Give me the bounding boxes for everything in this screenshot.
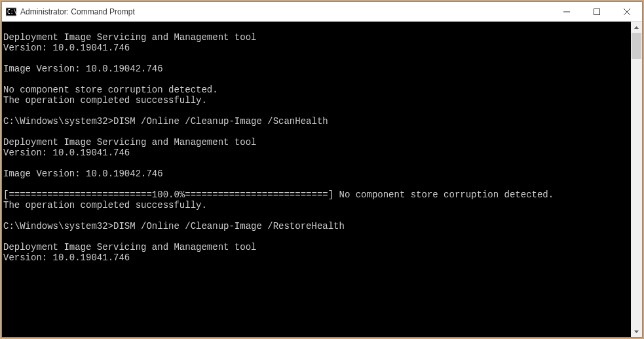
scroll-down-arrow[interactable] [631,326,642,337]
minimize-button[interactable] [552,2,582,21]
scroll-up-arrow[interactable] [631,22,642,33]
window-title: Administrator: Command Prompt [20,7,552,16]
window-controls [552,2,642,21]
svg-marker-6 [634,26,639,29]
command-prompt-window: C:\ Administrator: Command Prompt Deploy… [1,1,643,338]
titlebar[interactable]: C:\ Administrator: Command Prompt [2,2,642,22]
vertical-scrollbar[interactable] [631,22,642,337]
svg-text:C:\: C:\ [7,9,16,15]
client-area: Deployment Image Servicing and Managemen… [2,22,642,337]
console-output[interactable]: Deployment Image Servicing and Managemen… [2,22,631,337]
maximize-button[interactable] [582,2,612,21]
svg-marker-7 [634,330,639,333]
cmd-icon: C:\ [6,7,16,17]
svg-rect-3 [594,9,600,14]
scroll-thumb[interactable] [632,33,641,59]
close-button[interactable] [612,2,642,21]
scroll-track[interactable] [631,33,642,326]
